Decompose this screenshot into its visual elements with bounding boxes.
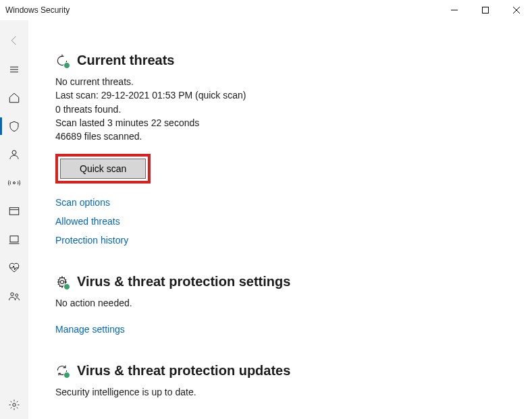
settings-section: Virus & threat protection settings No ac…	[55, 274, 512, 334]
no-threats-text: No current threats.	[55, 75, 512, 88]
window-controls	[439, 0, 532, 20]
window-title: Windows Security	[5, 5, 70, 15]
sidebar	[0, 20, 28, 419]
sidebar-device-performance[interactable]	[0, 254, 28, 282]
updates-status-icon	[55, 364, 69, 377]
settings-heading: Virus & threat protection settings	[77, 274, 290, 289]
updates-status-text: Security intelligence is up to date.	[55, 385, 512, 399]
menu-button[interactable]	[0, 55, 28, 84]
settings-status-icon	[55, 275, 69, 289]
updates-section: Virus & threat protection updates Securi…	[55, 363, 512, 399]
svg-point-16	[61, 280, 64, 283]
sidebar-firewall[interactable]	[0, 169, 28, 197]
svg-rect-1	[483, 7, 489, 13]
current-threats-section: Current threats No current threats. Last…	[55, 53, 512, 246]
svg-point-15	[13, 403, 16, 407]
sidebar-app-browser[interactable]	[0, 197, 28, 225]
sidebar-account[interactable]	[0, 140, 28, 169]
sidebar-virus-threat[interactable]	[0, 112, 28, 140]
back-button[interactable]	[0, 27, 28, 55]
files-scanned-text: 46689 files scanned.	[55, 130, 512, 143]
titlebar: Windows Security	[0, 0, 532, 20]
sidebar-settings[interactable]	[0, 391, 28, 419]
updates-heading: Virus & threat protection updates	[77, 363, 290, 379]
svg-point-13	[11, 293, 14, 296]
annotation-highlight: Quick scan	[55, 154, 151, 184]
svg-point-14	[16, 294, 18, 297]
threats-found-text: 0 threats found.	[55, 103, 512, 116]
close-button[interactable]	[501, 0, 532, 20]
sidebar-family[interactable]	[0, 282, 28, 310]
sidebar-home[interactable]	[0, 84, 28, 112]
allowed-threats-link[interactable]: Allowed threats	[55, 216, 512, 227]
settings-status-text: No action needed.	[55, 296, 512, 310]
sidebar-device-security[interactable]	[0, 225, 28, 254]
svg-point-8	[14, 182, 16, 184]
maximize-button[interactable]	[470, 0, 501, 20]
quick-scan-button[interactable]: Quick scan	[60, 159, 146, 179]
main-content: Current threats No current threats. Last…	[28, 20, 532, 419]
protection-history-link[interactable]: Protection history	[55, 235, 512, 246]
threats-heading: Current threats	[77, 53, 174, 68]
svg-point-7	[12, 150, 16, 155]
svg-rect-9	[9, 208, 19, 215]
last-scan-text: Last scan: 29-12-2021 01:53 PM (quick sc…	[55, 88, 512, 102]
svg-rect-11	[10, 236, 18, 242]
scan-duration-text: Scan lasted 3 minutes 22 seconds	[55, 116, 512, 130]
manage-settings-link[interactable]: Manage settings	[55, 324, 512, 335]
scan-options-link[interactable]: Scan options	[55, 197, 512, 208]
minimize-button[interactable]	[439, 0, 470, 20]
refresh-status-icon	[55, 54, 69, 67]
